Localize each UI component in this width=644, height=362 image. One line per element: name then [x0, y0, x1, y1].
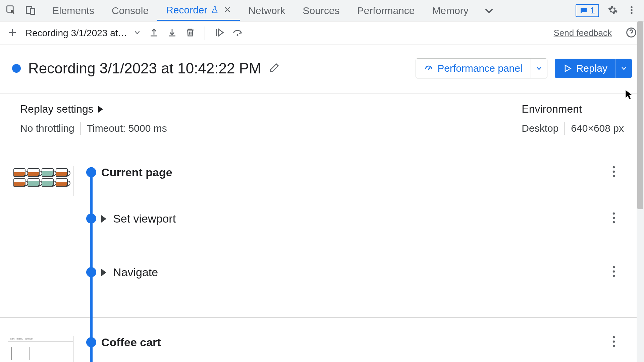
environment-device: Desktop [522, 123, 558, 134]
export-icon[interactable] [167, 27, 177, 39]
recording-title: Recording 3/1/2023 at 10:42:22 PM [28, 60, 261, 77]
step-title: Navigate [113, 266, 158, 279]
replay-settings-label: Replay settings [20, 103, 94, 115]
scrollbar-thumb[interactable] [637, 21, 643, 209]
svg-point-18 [613, 275, 615, 277]
recording-dropdown[interactable]: Recording 3/1/2023 at 10… [25, 28, 141, 39]
new-recording-icon[interactable] [7, 27, 17, 39]
recording-header: Recording 3/1/2023 at 10:42:22 PM Perfor… [0, 45, 644, 94]
inspect-element-icon[interactable] [6, 5, 16, 16]
expand-step-icon[interactable] [101, 215, 106, 223]
tab-memory[interactable]: Memory [423, 0, 477, 21]
timeline-dot [86, 167, 96, 177]
step-thumbnail [8, 166, 73, 196]
svg-point-15 [613, 221, 615, 224]
svg-point-14 [613, 217, 615, 219]
timeout-value: Timeout: 5000 ms [87, 123, 167, 134]
svg-point-19 [613, 336, 615, 339]
settings-gear-icon[interactable] [608, 5, 618, 16]
svg-point-9 [428, 68, 429, 70]
svg-point-6 [631, 12, 633, 14]
recording-status-dot [12, 64, 21, 73]
scrollbar[interactable] [637, 21, 644, 362]
step-set-viewport[interactable]: Set viewport [0, 212, 644, 249]
devtools-menu-icon[interactable] [627, 5, 637, 16]
settings-strip: Replay settings No throttling Timeout: 5… [0, 94, 644, 147]
chevron-right-icon [98, 106, 103, 113]
step-play-icon[interactable] [214, 27, 224, 39]
replay-settings-toggle[interactable]: Replay settings [20, 103, 522, 115]
expand-step-icon[interactable] [101, 269, 106, 276]
step-title: Set viewport [113, 212, 176, 225]
step-title: Coffee cart [101, 336, 161, 349]
svg-point-11 [613, 171, 615, 173]
svg-point-20 [613, 341, 615, 343]
messages-count: 1 [590, 5, 595, 16]
chevron-down-icon [133, 28, 141, 39]
more-tabs-icon[interactable] [477, 0, 501, 21]
edit-title-icon[interactable] [269, 62, 280, 75]
svg-point-4 [631, 6, 633, 8]
timeline-dot [86, 267, 96, 277]
step-menu-icon[interactable] [604, 212, 624, 224]
tab-sources[interactable]: Sources [294, 0, 348, 21]
svg-point-13 [613, 213, 615, 215]
svg-rect-2 [31, 8, 35, 14]
experiment-flask-icon [211, 4, 218, 16]
tab-console[interactable]: Console [103, 0, 157, 21]
step-menu-icon[interactable] [604, 336, 624, 347]
tab-recorder[interactable]: Recorder ✕ [157, 0, 239, 21]
svg-point-7 [237, 34, 238, 36]
step-coffee-cart[interactable]: cartmenugithub Coffee cart [0, 336, 644, 362]
step-over-icon[interactable] [232, 27, 243, 39]
svg-point-12 [613, 175, 615, 177]
timeline-dot [86, 337, 96, 347]
performance-panel-dropdown[interactable] [531, 59, 547, 78]
recorder-toolbar: Recording 3/1/2023 at 10… Send feedback [0, 21, 644, 45]
svg-point-17 [613, 270, 615, 273]
step-menu-icon[interactable] [604, 166, 624, 177]
close-tab-icon[interactable]: ✕ [224, 5, 231, 15]
replay-dropdown[interactable] [615, 59, 632, 78]
messages-badge[interactable]: 1 [576, 4, 599, 17]
delete-icon[interactable] [185, 27, 195, 39]
step-current-page[interactable]: Current page [0, 166, 644, 203]
svg-point-16 [613, 266, 615, 268]
step-thumbnail: cartmenugithub [8, 336, 73, 362]
replay-button[interactable]: Replay [555, 59, 632, 78]
svg-point-10 [613, 166, 615, 169]
svg-point-21 [613, 345, 615, 347]
help-icon[interactable] [626, 27, 637, 39]
step-title: Current page [101, 166, 172, 179]
device-toggle-icon[interactable] [25, 5, 36, 16]
tab-network[interactable]: Network [240, 0, 294, 21]
tab-elements[interactable]: Elements [44, 0, 103, 21]
throttling-value: No throttling [20, 123, 74, 134]
environment-viewport: 640×608 px [571, 123, 624, 134]
performance-panel-button[interactable]: Performance panel [416, 58, 547, 78]
tab-performance[interactable]: Performance [348, 0, 424, 21]
svg-point-5 [631, 9, 633, 11]
send-feedback-link[interactable]: Send feedback [554, 28, 612, 38]
step-menu-icon[interactable] [604, 266, 624, 277]
recording-steps: Current page Set viewport Navigate [0, 147, 644, 362]
recording-dropdown-label: Recording 3/1/2023 at 10… [25, 28, 129, 39]
import-icon[interactable] [149, 27, 159, 39]
replay-label: Replay [576, 63, 607, 74]
performance-panel-label: Performance panel [437, 63, 522, 74]
environment-heading: Environment [522, 103, 624, 115]
step-navigate[interactable]: Navigate [0, 266, 644, 303]
timeline-dot [86, 214, 96, 224]
devtools-tabstrip: Elements Console Recorder ✕ Network Sour… [0, 0, 644, 21]
